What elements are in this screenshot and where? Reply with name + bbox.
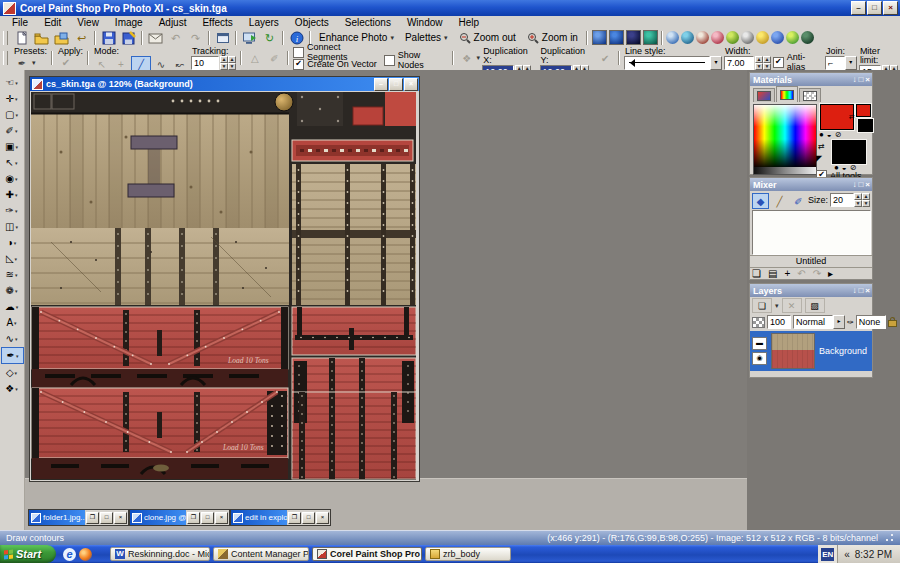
width-input[interactable]: 7.00 [724,56,754,70]
chevron-down-icon[interactable]: ▾ [845,56,857,70]
open-button[interactable] [32,30,51,46]
text-tool[interactable]: A▾ [1,315,22,330]
start-button[interactable]: Start [0,545,56,563]
clone-tool[interactable]: ◫▾ [1,219,22,234]
join-dropdown[interactable]: ⌐ ▾ [825,56,857,70]
effect-blue-icon[interactable] [609,30,624,45]
warp-brush-tool[interactable]: ∿▾ [1,331,22,346]
anti-alias-checkbox[interactable]: ✔Anti-alias [773,57,823,68]
line-style-dropdown[interactable]: ▾ [624,56,722,70]
bezier-mode-icon[interactable]: ∿ [152,57,170,71]
edit-selection-icon[interactable]: ▨ [805,298,825,313]
chevron-down-icon[interactable]: ▾ [710,56,722,70]
maximize-button[interactable]: □ [100,512,113,524]
browse-button[interactable] [52,30,71,46]
restore-button[interactable]: ❐ [86,512,99,524]
close-button[interactable]: × [215,512,228,524]
layer-row-background[interactable]: ▬ ◉ Background [750,331,872,371]
pin-icon[interactable]: ↓ [852,287,856,295]
preset-shape-tool[interactable]: ◇▾ [1,365,22,380]
save-button[interactable] [99,30,118,46]
layer-visibility-icon[interactable]: ▬ [752,337,767,350]
effect-globe-aqua-icon[interactable] [681,31,694,44]
minimized-window[interactable]: folder1.jpg...❐□× [28,509,129,526]
menu-file[interactable]: File [4,17,36,28]
layer-eye-icon[interactable]: ◉ [752,352,767,365]
panel-close-icon[interactable]: × [865,287,870,295]
clock[interactable]: 8:32 PM [855,549,892,560]
canvas-texture[interactable]: Load 10 TonsLoad 10 Tons [31,92,416,480]
create-on-vector-checkbox[interactable]: ✔Create On Vector [293,59,382,70]
task-button-4[interactable]: zrb_body [425,547,511,561]
lock-icon[interactable] [888,320,897,327]
restore-button[interactable]: ❐ [288,512,301,524]
menu-image[interactable]: Image [107,17,151,28]
color-picker[interactable] [753,104,817,168]
foreground-color-mini[interactable] [856,104,871,117]
new-button[interactable] [12,30,31,46]
doc-maximize-button[interactable]: □ [389,78,403,91]
refresh-button[interactable]: ↻ [260,30,279,46]
opacity-input[interactable]: 100 [767,315,791,329]
blend-mode-dropdown[interactable]: Normal ▸ [793,315,845,329]
panel-close-icon[interactable]: × [865,76,870,84]
apply-button[interactable]: ✔ [57,56,75,69]
task-button-2[interactable]: Content Manager Plus [213,547,309,561]
mixer-titlebar[interactable]: Mixer ↓ □ × [750,178,872,191]
pick-tool[interactable]: ↖▾ [1,155,22,170]
info-button[interactable]: i [287,30,306,46]
effect-teal-icon[interactable] [643,30,658,45]
edit-mode-icon[interactable]: ↖ [93,57,111,71]
menu-edit[interactable]: Edit [36,17,69,28]
unmix-icon[interactable]: ↶ [797,268,805,279]
more-icon[interactable]: ▸ [828,268,833,279]
frame-tab[interactable] [753,88,775,102]
knife-mode-icon[interactable]: + [112,57,130,71]
effect-diamond-icon[interactable] [771,31,784,44]
chevron-down-icon[interactable]: ▾ [32,59,36,67]
float-icon[interactable]: □ [858,76,863,84]
document-window[interactable]: cs_skin.tga @ 120% (Background) – □ × Lo… [29,76,420,482]
effect-photo-icon[interactable] [696,31,709,44]
remix-icon[interactable]: ↷ [813,268,821,279]
pin-icon[interactable]: ↓ [852,181,856,189]
color-style-icon[interactable]: ● [819,130,824,139]
zoom-in-button[interactable]: Zoom in [522,30,583,46]
maximize-button[interactable]: □ [867,1,882,15]
tray-chevron-icon[interactable]: « [844,549,850,560]
width-spinner[interactable]: ▲▼▲▼ [755,56,771,70]
menu-selections[interactable]: Selections [337,17,399,28]
palettes-button[interactable]: Palettes ▾ [400,30,453,46]
selection-tool[interactable]: ▢▾ [1,107,22,122]
toolbar-handle[interactable] [3,51,8,65]
chevron-down-icon[interactable]: ▾ [477,54,481,62]
redo-button[interactable]: ↷ [186,30,205,46]
minimized-titlebar[interactable]: clone.jpg @... [130,510,186,525]
toolbar-handle[interactable] [3,31,8,45]
firefox-icon[interactable] [79,548,92,561]
menu-layers[interactable]: Layers [241,17,287,28]
show-nodes-checkbox[interactable]: Show Nodes [384,55,448,66]
connect-segments-checkbox[interactable]: Connect Segments [293,47,382,58]
save-as-button[interactable] [119,30,138,46]
minimized-window[interactable]: edit in explo...❐□× [230,509,331,526]
makeover-tool[interactable]: ✚▾ [1,187,22,202]
menu-window[interactable]: Window [399,17,451,28]
color-replacer-tool[interactable]: ◑▾ [1,235,22,250]
app-titlebar[interactable]: Corel Paint Shop Pro Photo XI - cs_skin.… [0,0,900,16]
navigate-icon[interactable]: + [784,268,790,279]
menu-effects[interactable]: Effects [194,17,240,28]
swap-colors-icon[interactable]: ⇄ [849,113,855,121]
background-color-mini[interactable] [858,119,873,132]
effect-checker-icon[interactable] [741,31,754,44]
brush-tool[interactable]: ✑▾ [1,203,22,218]
move-tool[interactable]: ✛▾ [1,91,22,106]
effect-sphere-icon[interactable] [626,30,641,45]
minimized-window[interactable]: clone.jpg @...❐□× [129,509,230,526]
panel-close-icon[interactable]: × [865,181,870,189]
maximize-button[interactable]: □ [201,512,214,524]
mixer-knife-icon[interactable]: ╱ [771,193,788,209]
size-spinner[interactable]: ▲▼▲▼ [854,193,870,207]
doc-close-button[interactable]: × [404,78,418,91]
flood-fill-tool[interactable]: ❖▾ [1,381,22,396]
